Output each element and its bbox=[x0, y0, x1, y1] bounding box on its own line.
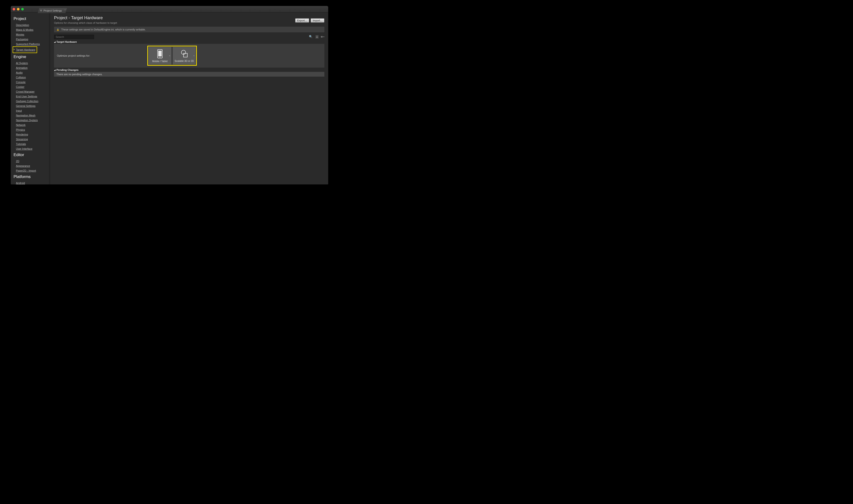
tab-project-settings[interactable]: ⚙ Project Settings × bbox=[38, 8, 67, 13]
close-window-button[interactable] bbox=[13, 8, 15, 11]
notice-text: These settings are saved in DefaultEngin… bbox=[61, 28, 146, 31]
mobile-icon bbox=[157, 49, 163, 58]
minimize-window-button[interactable] bbox=[17, 8, 19, 11]
titlebar: ⚙ Project Settings × bbox=[11, 6, 328, 13]
list-view-button[interactable]: ☰ bbox=[315, 35, 319, 39]
save-notice: 🔓 These settings are saved in DefaultEng… bbox=[54, 26, 324, 32]
sidebar-item-cooker[interactable]: Cooker bbox=[16, 85, 49, 89]
sidebar-item-maps-modes[interactable]: Maps & Modes bbox=[16, 28, 49, 32]
export-button[interactable]: Export... bbox=[295, 18, 309, 23]
main-panel: Project - Target Hardware Options for ch… bbox=[50, 13, 328, 184]
target-hardware-row: Optimize project settings for: Mobile / … bbox=[54, 44, 324, 68]
collapse-icon: ◢ bbox=[54, 41, 55, 43]
search-input[interactable] bbox=[54, 35, 94, 39]
sidebar-item-network[interactable]: Network bbox=[16, 123, 49, 127]
sidebar-item-end-user-settings[interactable]: End-User Settings bbox=[16, 94, 49, 99]
sidebar-item-ai-system[interactable]: AI System bbox=[16, 61, 49, 66]
sidebar-section-platforms: Platforms bbox=[14, 175, 49, 179]
sidebar-section-editor: Editor bbox=[14, 152, 49, 157]
sidebar-section-project: Project bbox=[14, 16, 49, 21]
collapse-icon: ◢ bbox=[54, 69, 55, 71]
sidebar-item-crowd-manager[interactable]: Crowd Manager bbox=[16, 89, 49, 94]
unlock-icon: 🔓 bbox=[56, 28, 59, 31]
project-settings-window: ⚙ Project Settings × ProjectDescriptionM… bbox=[11, 6, 328, 184]
sidebar-section-engine: Engine bbox=[14, 54, 49, 59]
sidebar-item-collision[interactable]: Collision bbox=[16, 75, 49, 80]
sidebar-item-animation[interactable]: Animation bbox=[16, 66, 49, 70]
zoom-window-button[interactable] bbox=[21, 8, 24, 11]
sidebar-item-console[interactable]: Console bbox=[16, 80, 49, 85]
page-subtitle: Options for choosing which class of hard… bbox=[54, 21, 117, 24]
section-header-target-hardware[interactable]: ◢ Target Hardware bbox=[54, 40, 324, 44]
sidebar-item-physics[interactable]: Physics bbox=[16, 127, 49, 132]
optimize-label: Optimize project settings for: bbox=[57, 54, 147, 57]
import-button[interactable]: Import... bbox=[311, 18, 324, 23]
hardware-pickers-highlight: Mobile / Tablet ▾ Scalable 3D or 2D ▾ bbox=[147, 46, 197, 66]
sidebar-item-target-hardware[interactable]: Target Hardware bbox=[14, 47, 35, 52]
svg-rect-1 bbox=[158, 51, 162, 56]
sidebar-item-navigation-mesh[interactable]: Navigation Mesh bbox=[16, 113, 49, 118]
scalable-icon bbox=[179, 49, 189, 58]
sidebar-item-2d[interactable]: 2D bbox=[16, 159, 49, 163]
sidebar-item-input[interactable]: Input bbox=[16, 108, 49, 113]
chevron-down-icon: ▾ bbox=[194, 55, 195, 57]
page-title: Project - Target Hardware bbox=[54, 16, 117, 20]
sidebar-item-rendering[interactable]: Rendering bbox=[16, 132, 49, 137]
graphics-preset-picker[interactable]: Scalable 3D or 2D ▾ bbox=[173, 47, 196, 65]
chevron-down-icon: ▾ bbox=[169, 55, 170, 57]
tab-title: Project Settings bbox=[43, 9, 62, 12]
sidebar-item-streaming[interactable]: Streaming bbox=[16, 137, 49, 142]
tab-close-icon[interactable]: × bbox=[64, 9, 66, 12]
sidebar-item-garbage-collection[interactable]: Garbage Collection bbox=[16, 99, 49, 104]
sidebar-item-description[interactable]: Description bbox=[16, 23, 49, 28]
sidebar-item-paper2d-import[interactable]: Paper2D - Import bbox=[16, 168, 49, 173]
sidebar-item-packaging[interactable]: Packaging bbox=[16, 37, 49, 42]
gear-icon: ⚙ bbox=[40, 9, 42, 12]
sidebar[interactable]: ProjectDescriptionMaps & ModesMoviesPack… bbox=[11, 13, 49, 184]
sidebar-item-tutorials[interactable]: Tutorials bbox=[16, 142, 49, 146]
hardware-class-picker[interactable]: Mobile / Tablet ▾ bbox=[148, 47, 171, 65]
sidebar-item-supported-platforms[interactable]: Supported Platforms bbox=[16, 42, 49, 47]
pending-changes-text: There are no pending settings changes. bbox=[54, 72, 324, 77]
svg-rect-4 bbox=[183, 53, 187, 57]
sidebar-item-user-interface[interactable]: User Interface bbox=[16, 146, 49, 151]
window-controls bbox=[13, 8, 24, 11]
search-icon: 🔍 bbox=[309, 35, 312, 38]
sidebar-item-audio[interactable]: Audio bbox=[16, 70, 49, 75]
svg-point-2 bbox=[160, 57, 160, 58]
visibility-menu[interactable]: 👁 ▾ bbox=[321, 35, 324, 38]
section-header-pending-changes[interactable]: ◢ Pending Changes bbox=[54, 68, 324, 72]
sidebar-item-android[interactable]: Android bbox=[16, 181, 49, 184]
sidebar-item-movies[interactable]: Movies bbox=[16, 32, 49, 37]
chevron-down-icon: ▾ bbox=[324, 36, 324, 38]
sidebar-item-general-settings[interactable]: General Settings bbox=[16, 104, 49, 108]
eye-icon: 👁 bbox=[321, 35, 323, 38]
sidebar-item-navigation-system[interactable]: Navigation System bbox=[16, 118, 49, 123]
sidebar-item-appearance[interactable]: Appearance bbox=[16, 163, 49, 168]
